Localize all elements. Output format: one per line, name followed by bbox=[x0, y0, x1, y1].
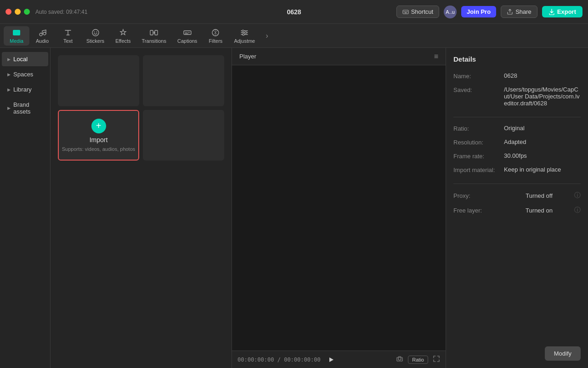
detail-row-ratio: Ratio: Original bbox=[453, 125, 581, 132]
titlebar: Auto saved: 09:47:41 0628 Shortcut A..u … bbox=[0, 0, 588, 24]
svg-rect-5 bbox=[13, 30, 20, 35]
svg-point-10 bbox=[92, 29, 99, 36]
toolbar-filters-label: Filters bbox=[209, 38, 222, 44]
toolbar-item-audio[interactable]: Audio bbox=[29, 26, 55, 46]
traffic-lights bbox=[6, 9, 30, 15]
audio-icon bbox=[38, 28, 47, 37]
import-sublabel: Supports: videos, audios, photos bbox=[62, 146, 136, 152]
modify-button[interactable]: Modify bbox=[545, 346, 581, 361]
toolbar-item-stickers[interactable]: Stickers bbox=[81, 26, 110, 46]
toolbar-item-media[interactable]: Media bbox=[4, 26, 29, 46]
toolbar-item-transitions[interactable]: Transitions bbox=[136, 26, 172, 46]
chevron-icon: ▶ bbox=[7, 87, 11, 92]
svg-rect-13 bbox=[150, 30, 153, 35]
sidebar-item-spaces[interactable]: ▶ Spaces bbox=[2, 67, 48, 81]
detail-label-import-material: Import material: bbox=[453, 166, 504, 173]
autosave-label: Auto saved: 09:47:41 bbox=[35, 9, 87, 15]
svg-rect-2 bbox=[405, 11, 406, 12]
ratio-button[interactable]: Ratio bbox=[408, 356, 428, 364]
media-placeholder-1 bbox=[58, 55, 139, 106]
detail-value-saved: /Users/topgus/Movies/CapCut/User Data/Pr… bbox=[504, 86, 581, 107]
detail-value-import-material: Keep in original place bbox=[504, 166, 561, 173]
detail-label-ratio: Ratio: bbox=[453, 125, 504, 132]
toolbar-adjustments-label: Adjustme bbox=[234, 38, 255, 44]
details-panel: Details Name: 0628 Saved: /Users/topgus/… bbox=[446, 48, 588, 368]
svg-rect-15 bbox=[184, 31, 191, 34]
player-canvas bbox=[232, 65, 446, 351]
close-button[interactable] bbox=[6, 9, 11, 15]
media-panel: + Import Supports: videos, audios, photo… bbox=[51, 48, 232, 368]
toolbar-item-adjustments[interactable]: Adjustme bbox=[228, 26, 260, 46]
toolbar-effects-label: Effects bbox=[115, 38, 130, 44]
detail-divider-1 bbox=[453, 117, 581, 117]
detail-row-name: Name: 0628 bbox=[453, 72, 581, 80]
svg-point-11 bbox=[94, 31, 95, 32]
import-label: Import bbox=[90, 136, 108, 144]
export-button[interactable]: Export bbox=[542, 6, 582, 17]
detail-row-import-material: Import material: Keep in original place bbox=[453, 166, 581, 173]
player-header: Player ≡ bbox=[232, 48, 446, 65]
player-panel: Player ≡ 00:00:00:00 / 00:00:00:00 bbox=[232, 48, 446, 368]
detail-value-name: 0628 bbox=[504, 72, 517, 79]
captions-icon bbox=[183, 28, 192, 37]
info-icon-proxy[interactable]: ⓘ bbox=[574, 191, 581, 200]
share-button[interactable]: Share bbox=[501, 6, 537, 18]
media-icon bbox=[12, 28, 21, 37]
import-button[interactable]: + Import Supports: videos, audios, photo… bbox=[58, 110, 139, 161]
sidebar-item-local[interactable]: ▶ Local bbox=[2, 52, 48, 66]
toolbar-media-label: Media bbox=[10, 38, 23, 44]
player-time-current: 00:00:00:00 / 00:00:00:00 bbox=[237, 356, 321, 363]
import-plus-icon: + bbox=[91, 119, 106, 133]
detail-value-proxy: Turned off bbox=[526, 192, 553, 199]
detail-value-resolution: Adapted bbox=[504, 138, 526, 145]
svg-rect-14 bbox=[155, 30, 158, 35]
details-title: Details bbox=[453, 55, 581, 63]
chevron-icon: ▶ bbox=[7, 72, 11, 77]
toolbar-item-text[interactable]: Text bbox=[55, 26, 81, 46]
svg-rect-6 bbox=[14, 31, 16, 33]
titlebar-actions: Shortcut A..u Join Pro Share Export bbox=[396, 6, 582, 18]
toolbar-item-filters[interactable]: Filters bbox=[203, 26, 228, 46]
main-layout: ▶ Local ▶ Spaces ▶ Library ▶ Brand asset… bbox=[0, 48, 588, 368]
detail-label-framerate: Frame rate: bbox=[453, 152, 504, 160]
minimize-button[interactable] bbox=[15, 9, 21, 15]
export-icon bbox=[548, 9, 555, 15]
camera-icon[interactable] bbox=[396, 355, 403, 364]
fullscreen-icon[interactable] bbox=[433, 355, 440, 364]
shortcut-button[interactable]: Shortcut bbox=[396, 6, 439, 18]
filters-icon bbox=[211, 28, 220, 37]
player-controls: 00:00:00:00 / 00:00:00:00 Ratio bbox=[232, 351, 446, 368]
media-placeholder-3 bbox=[143, 110, 224, 161]
player-menu-icon[interactable]: ≡ bbox=[434, 52, 438, 61]
detail-row-proxy: Proxy: Turned off ⓘ bbox=[453, 191, 581, 200]
detail-value-framerate: 30.00fps bbox=[504, 152, 527, 159]
avatar[interactable]: A..u bbox=[444, 6, 457, 18]
sidebar-item-library[interactable]: ▶ Library bbox=[2, 82, 48, 97]
play-icon bbox=[327, 356, 334, 363]
player-title: Player bbox=[239, 53, 256, 60]
left-panel: ▶ Local ▶ Spaces ▶ Library ▶ Brand asset… bbox=[0, 48, 51, 368]
player-play-button[interactable] bbox=[324, 353, 337, 366]
toolbar-item-effects[interactable]: Effects bbox=[110, 26, 136, 46]
toolbar-item-captions[interactable]: Captions bbox=[172, 26, 203, 46]
project-name: 0628 bbox=[287, 8, 301, 16]
transitions-icon bbox=[149, 28, 158, 37]
share-icon bbox=[507, 9, 513, 15]
toolbar-audio-label: Audio bbox=[36, 38, 49, 44]
detail-value-free-layer: Turned on bbox=[526, 207, 553, 214]
detail-label-proxy: Proxy: bbox=[453, 192, 504, 199]
toolbar-captions-label: Captions bbox=[177, 38, 197, 44]
chevron-icon: ▶ bbox=[7, 106, 11, 110]
detail-value-ratio: Original bbox=[504, 125, 525, 132]
info-icon-free-layer[interactable]: ⓘ bbox=[574, 206, 581, 214]
svg-rect-4 bbox=[404, 12, 407, 13]
sidebar-item-brand-assets[interactable]: ▶ Brand assets bbox=[2, 98, 48, 119]
svg-point-9 bbox=[43, 32, 46, 35]
stickers-icon bbox=[91, 28, 100, 37]
maximize-button[interactable] bbox=[24, 9, 30, 15]
detail-row-free-layer: Free layer: Turned on ⓘ bbox=[453, 206, 581, 214]
detail-label-resolution: Resolution: bbox=[453, 138, 504, 146]
toolbar-more-button[interactable]: › bbox=[260, 29, 273, 42]
join-pro-button[interactable]: Join Pro bbox=[461, 6, 496, 17]
toolbar-text-label: Text bbox=[63, 38, 73, 44]
